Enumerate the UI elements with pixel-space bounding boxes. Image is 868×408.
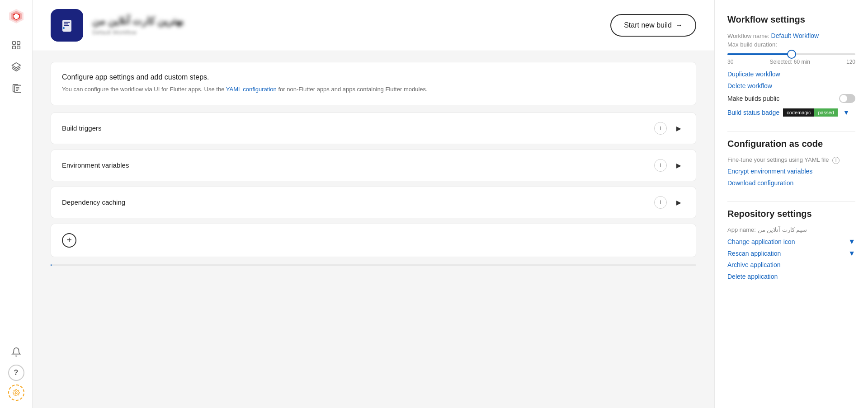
dep-caching-expand-icon[interactable]: ▶ — [672, 196, 685, 209]
sidebar-item-layers[interactable] — [7, 58, 25, 76]
start-build-arrow: → — [675, 21, 683, 29]
svg-rect-17 — [64, 22, 70, 23]
main-content: بهترین کارت آنلاین من Default Workflow S… — [33, 0, 714, 408]
make-builds-public-label: Make builds public — [727, 95, 779, 102]
env-vars-info-icon[interactable]: i — [654, 159, 667, 172]
content-area: Configure app settings and add custom st… — [33, 51, 714, 408]
max-build-label: Max build duration: — [727, 41, 855, 48]
svg-point-15 — [15, 392, 17, 394]
change-application-icon-link[interactable]: Change application icon — [727, 238, 795, 245]
sidebar-item-notifications[interactable] — [7, 343, 25, 361]
dep-caching-info-icon[interactable]: i — [654, 196, 667, 209]
config-info-icon[interactable]: i — [832, 157, 840, 164]
build-triggers-actions: i ▶ — [654, 122, 685, 135]
build-triggers-card: Build triggers i ▶ — [51, 113, 696, 144]
svg-rect-19 — [64, 25, 69, 26]
rescan-application-link[interactable]: Rescan application — [727, 250, 781, 257]
start-build-label: Start new build — [624, 21, 672, 29]
app-name: بهترین کارت آنلاین من — [92, 15, 601, 27]
config-as-code-section: Configuration as code Fine-tune your set… — [727, 139, 855, 187]
svg-rect-6 — [17, 42, 19, 44]
add-step-button[interactable]: + — [62, 233, 76, 248]
environment-variables-card: Environment variables i ▶ — [51, 150, 696, 181]
help-button[interactable]: ? — [8, 365, 24, 381]
delete-application-link[interactable]: Delete application — [727, 273, 855, 280]
build-duration-slider[interactable]: 30 Selected: 60 min 120 — [727, 53, 855, 65]
app-name-label: App name: سیم کارت آنلاین من — [727, 226, 855, 233]
build-status-badge-link[interactable]: Build status badge — [727, 109, 779, 116]
duplicate-workflow-link[interactable]: Duplicate workflow — [727, 70, 855, 78]
change-icon-chevron[interactable]: ▼ — [848, 238, 855, 246]
progress-bar-fill — [51, 264, 52, 266]
workflow-settings-section: Workflow settings Workflow name: Default… — [727, 14, 855, 117]
delete-workflow-link[interactable]: Delete workflow — [727, 82, 855, 89]
add-section-card: + — [51, 224, 696, 257]
dep-caching-actions: i ▶ — [654, 196, 685, 209]
svg-rect-4 — [14, 15, 19, 18]
rescan-chevron[interactable]: ▼ — [848, 249, 855, 258]
badge-status-text: passed — [814, 108, 837, 117]
slider-track[interactable] — [727, 53, 855, 55]
app-icon — [51, 9, 83, 42]
env-vars-expand-icon[interactable]: ▶ — [672, 159, 685, 172]
svg-rect-7 — [12, 46, 15, 49]
builds-public-toggle-switch[interactable] — [839, 94, 855, 103]
app-logo[interactable] — [7, 7, 25, 25]
svg-rect-8 — [17, 46, 19, 49]
build-triggers-expand-icon[interactable]: ▶ — [672, 122, 685, 135]
build-triggers-info-icon[interactable]: i — [654, 122, 667, 135]
sidebar-item-apps[interactable] — [7, 36, 25, 54]
app-subtitle: Default Workflow — [92, 29, 601, 36]
configure-title: Configure app settings and add custom st… — [62, 73, 685, 81]
environment-variables-label: Environment variables — [62, 161, 129, 169]
slider-labels: 30 Selected: 60 min 120 — [727, 59, 855, 65]
right-panel: Workflow settings Workflow name: Default… — [714, 0, 868, 408]
build-status-badge-row: Build status badge codemagic passed ▼ — [727, 108, 855, 117]
status-badge-image: codemagic passed — [783, 108, 838, 117]
workflow-settings-title: Workflow settings — [727, 14, 855, 25]
make-builds-public-toggle: Make builds public — [727, 94, 855, 103]
badge-chevron-icon[interactable]: ▼ — [843, 109, 849, 116]
build-triggers-label: Build triggers — [62, 124, 102, 132]
svg-point-20 — [63, 27, 65, 29]
repository-settings-section: Repository settings App name: سیم کارت آ… — [727, 209, 855, 280]
app-header: بهترین کارت آنلاین من Default Workflow S… — [33, 0, 714, 51]
badge-codemagic-text: codemagic — [783, 108, 814, 117]
settings-button[interactable] — [8, 385, 24, 401]
divider-1 — [727, 131, 855, 131]
repository-settings-title: Repository settings — [727, 209, 855, 219]
download-configuration-link[interactable]: Download configuration — [727, 179, 855, 187]
dependency-caching-card: Dependency caching i ▶ — [51, 187, 696, 218]
progress-bar — [51, 264, 696, 266]
env-vars-actions: i ▶ — [654, 159, 685, 172]
config-as-code-desc: Fine-tune your settings using YAML file … — [727, 156, 855, 164]
configure-section: Configure app settings and add custom st… — [51, 62, 696, 105]
app-info: بهترین کارت آنلاین من Default Workflow — [92, 15, 601, 36]
workflow-name-label: Workflow name: Default Workflow — [727, 32, 855, 39]
workflow-name-link[interactable]: Default Workflow — [771, 32, 819, 39]
slider-fill — [727, 53, 792, 55]
yaml-config-link[interactable]: YAML configuration — [226, 86, 277, 93]
configure-description: You can configure the workflow via UI fo… — [62, 85, 685, 94]
sidebar: ? — [0, 0, 33, 408]
slider-thumb[interactable] — [787, 50, 796, 59]
dependency-caching-label: Dependency caching — [62, 198, 125, 206]
archive-application-link[interactable]: Archive application — [727, 261, 855, 268]
start-new-build-button[interactable]: Start new build → — [610, 14, 696, 37]
app-name-value: سیم کارت آنلاین من — [758, 226, 807, 233]
config-as-code-title: Configuration as code — [727, 139, 855, 149]
encrypt-env-vars-link[interactable]: Encrypt environment variables — [727, 168, 855, 175]
sidebar-bottom: ? — [7, 343, 25, 401]
divider-2 — [727, 201, 855, 202]
sidebar-item-documents[interactable] — [7, 80, 25, 98]
svg-rect-18 — [64, 23, 68, 24]
svg-rect-5 — [12, 42, 15, 44]
svg-marker-9 — [12, 63, 20, 68]
